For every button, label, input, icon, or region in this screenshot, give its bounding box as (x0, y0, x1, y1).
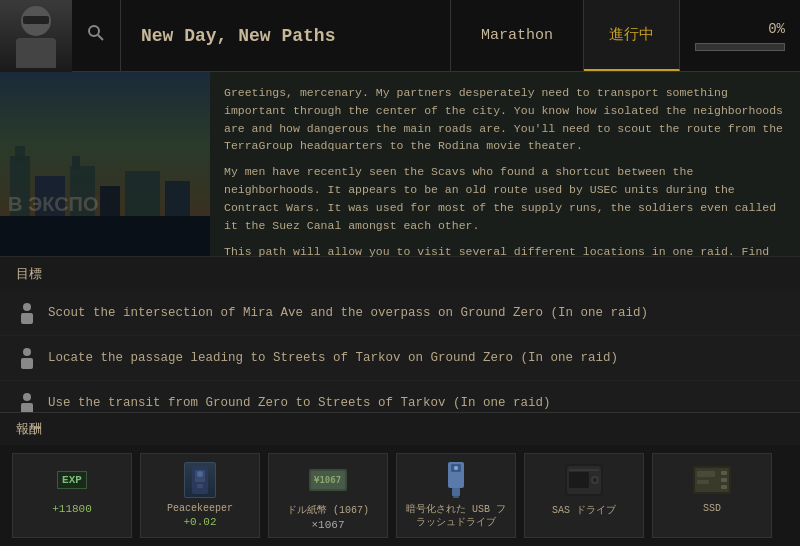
reward-usb: 暗号化された USB フラッシュドライブ (396, 453, 516, 538)
rewards-label: 報酬 (0, 413, 800, 445)
objective-icon (16, 302, 38, 324)
peacekeeper-icon (180, 462, 220, 498)
svg-point-20 (23, 393, 31, 401)
svg-rect-56 (721, 485, 727, 489)
ssd-name: SSD (703, 503, 721, 514)
progress-bar (695, 43, 785, 51)
content: В ЭКСПО Greetings, mercenary. My partner… (0, 72, 800, 546)
svg-text:В  ЭКСПО: В ЭКСПО (8, 193, 99, 215)
objective-row: Use the transit from Ground Zero to Stre… (0, 381, 800, 412)
quest-text: Greetings, mercenary. My partners desper… (210, 72, 800, 256)
reward-money: ¥1067 ドル紙幣 (1067) ×1067 (268, 453, 388, 538)
quest-image: В ЭКСПО (0, 72, 210, 256)
objectives-section: 目標 Scout the intersection of Mira Ave an… (0, 257, 800, 412)
tab-marathon[interactable]: Marathon (451, 0, 584, 71)
reward-sas: SAS ドライブ (524, 453, 644, 538)
svg-point-41 (454, 466, 458, 470)
header: New Day, New Paths Marathon 進行中 0% (0, 0, 800, 72)
tab-active[interactable]: 進行中 (584, 0, 680, 71)
objective-row: Locate the passage leading to Streets of… (0, 336, 800, 381)
svg-rect-55 (721, 478, 727, 482)
svg-point-16 (23, 348, 31, 356)
svg-point-12 (23, 303, 31, 311)
rewards-grid: EXP +11800 Peacekeeper (0, 445, 800, 542)
exp-value: +11800 (52, 503, 92, 515)
svg-point-48 (593, 478, 597, 482)
exp-icon: EXP (52, 462, 92, 498)
reward-peacekeeper: Peacekeeper +0.02 (140, 453, 260, 538)
sas-name: SAS ドライブ (552, 503, 616, 517)
money-icon: ¥1067 (308, 462, 348, 498)
peacekeeper-name: Peacekeeper (167, 503, 233, 514)
money-value: ×1067 (311, 519, 344, 531)
svg-point-34 (197, 471, 203, 477)
quest-intro-p2: My men have recently seen the Scavs who … (224, 163, 786, 234)
svg-rect-54 (721, 471, 727, 475)
objectives-label: 目標 (0, 257, 800, 291)
svg-rect-10 (0, 216, 210, 256)
svg-rect-53 (697, 480, 709, 484)
objective-text: Use the transit from Ground Zero to Stre… (48, 396, 551, 410)
svg-text:¥1067: ¥1067 (314, 475, 341, 485)
avatar (0, 0, 72, 72)
svg-rect-35 (197, 484, 203, 488)
usb-name: 暗号化された USB フラッシュドライブ (403, 503, 509, 529)
progress-text: 0% (768, 21, 785, 37)
svg-rect-6 (72, 156, 80, 170)
quest-intro-p1: Greetings, mercenary. My partners desper… (224, 84, 786, 155)
svg-rect-3 (15, 146, 25, 161)
objective-row: Scout the intersection of Mira Ave and t… (0, 291, 800, 336)
svg-rect-17 (21, 358, 33, 369)
quest-intro: В ЭКСПО Greetings, mercenary. My partner… (0, 72, 800, 257)
ssd-icon (692, 462, 732, 498)
svg-rect-21 (21, 403, 33, 412)
money-name: ドル紙幣 (1067) (287, 503, 369, 517)
svg-rect-43 (453, 496, 459, 498)
reward-ssd: SSD (652, 453, 772, 538)
svg-rect-13 (21, 313, 33, 324)
sas-drive-icon (564, 462, 604, 498)
search-area[interactable] (72, 0, 121, 71)
svg-rect-46 (569, 472, 589, 488)
usb-drive-icon (436, 462, 476, 498)
quest-title: New Day, New Paths (121, 0, 451, 71)
svg-rect-52 (697, 471, 715, 477)
rewards-section: 報酬 EXP +11800 (0, 412, 800, 546)
objective-icon (16, 347, 38, 369)
reward-exp: EXP +11800 (12, 453, 132, 538)
objective-icon (16, 392, 38, 412)
svg-rect-42 (452, 488, 460, 496)
objective-text: Locate the passage leading to Streets of… (48, 351, 618, 365)
objective-text: Scout the intersection of Mira Ave and t… (48, 306, 648, 320)
svg-line-1 (98, 35, 103, 40)
peacekeeper-value: +0.02 (183, 516, 216, 528)
progress-area: 0% (680, 0, 800, 71)
search-icon[interactable] (82, 19, 110, 52)
svg-point-0 (89, 26, 99, 36)
